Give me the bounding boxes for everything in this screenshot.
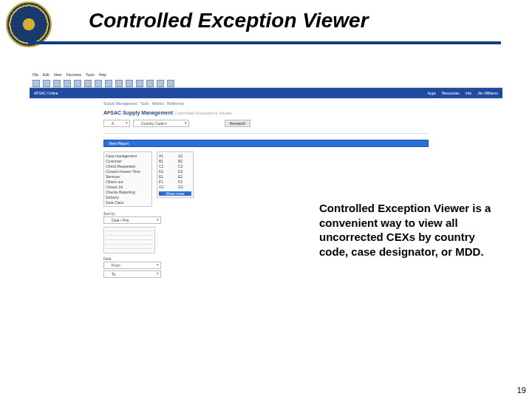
toolbar-icon[interactable] [33, 80, 40, 87]
page-title-sub: Controlled Exceptions Viewer [174, 111, 232, 115]
app-brand: AFSAC Online [34, 91, 58, 95]
code-cell[interactable]: A2 [178, 154, 190, 158]
code-cell[interactable]: A1 [159, 154, 171, 158]
app-screenshot: File Edit View Favorites Tools Help AFSA… [30, 71, 502, 315]
list-item[interactable]: Delivery [106, 195, 150, 200]
code-cell[interactable]: C2 [178, 164, 190, 168]
toolbar-icon[interactable] [157, 80, 164, 87]
menu-item[interactable]: Edit [43, 72, 50, 78]
result-preview-box [103, 227, 155, 253]
list-item[interactable]: Data Class [106, 200, 150, 205]
menu-item[interactable]: Favorites [66, 72, 81, 78]
date-to-input[interactable]: To [103, 270, 161, 278]
sort-dropdown[interactable]: Date / Prio [103, 216, 161, 224]
toolbar-icon[interactable] [115, 80, 123, 87]
code-cell[interactable]: G1 [159, 185, 171, 189]
toolbar-icon[interactable] [64, 80, 71, 87]
app-header: AFSAC Online Apps Resources Info Jim Wil… [30, 88, 502, 98]
page-title: AFSAC Supply Management Controlled Excep… [30, 109, 502, 117]
toolbar-icon[interactable] [84, 80, 92, 87]
list-item[interactable]: Closed Jul [106, 185, 150, 189]
page-number: 19 [517, 386, 526, 395]
code-cell[interactable]: F1 [159, 180, 171, 184]
list-item[interactable]: Checks Reporting [106, 190, 150, 194]
toolbar-icon[interactable] [167, 80, 174, 87]
menu-item[interactable]: Help [99, 72, 106, 78]
sort-label: Sort by [103, 211, 155, 216]
browser-toolbar [30, 80, 502, 88]
code-cell[interactable]: E1 [159, 174, 171, 179]
toolbar-icon[interactable] [53, 80, 61, 87]
code-cell[interactable]: C1 [159, 164, 171, 168]
filter-country-dropdown[interactable]: Country Code ▾ [133, 120, 189, 127]
list-item[interactable]: Services [106, 174, 150, 179]
nav-user[interactable]: Jim Williams [477, 91, 498, 95]
code-cell[interactable]: F2 [178, 180, 190, 184]
list-item[interactable]: Case management [106, 154, 150, 158]
toolbar-icon[interactable] [74, 80, 81, 87]
code-list[interactable]: A1A2 B1B2 C1C2 D1D2 E1E2 F1F2 G1G2 Show … [157, 151, 194, 198]
menu-item[interactable]: View [54, 72, 62, 78]
list-item[interactable]: Check Requested [106, 164, 150, 168]
list-item[interactable]: Closed-Unseen Time [106, 169, 150, 174]
toolbar-icon[interactable] [146, 80, 154, 87]
toolbar-icon[interactable] [136, 80, 143, 87]
browser-menubar: File Edit View Favorites Tools Help [30, 71, 502, 80]
filter-row: A Country Code ▾ Research [103, 120, 429, 127]
nav-link[interactable]: Resources [442, 91, 460, 95]
show-more-link[interactable]: Show more [159, 191, 191, 196]
toolbar-icon[interactable] [95, 80, 102, 87]
category-list[interactable]: Case management Customer Check Requested… [103, 151, 152, 207]
code-cell[interactable]: G2 [178, 185, 190, 189]
code-cell[interactable]: D1 [159, 169, 171, 174]
nav-link[interactable]: Info [466, 91, 471, 95]
toolbar-icon[interactable] [105, 80, 112, 87]
menu-item[interactable]: Tools [86, 72, 95, 78]
slide-caption: Controlled Exception Viewer is a conveni… [319, 201, 504, 259]
list-item[interactable]: Customer [106, 159, 150, 163]
menu-item[interactable]: File [33, 72, 38, 78]
nav-link[interactable]: Apps [428, 91, 436, 95]
toolbar-icon[interactable] [43, 80, 50, 87]
research-button[interactable]: Research [225, 120, 250, 127]
code-cell[interactable]: D2 [178, 169, 190, 174]
toolbar-icon[interactable] [126, 80, 133, 87]
agency-seal-icon [6, 1, 52, 47]
filter-letter-dropdown[interactable]: A [103, 120, 130, 127]
title-underline [28, 41, 501, 44]
slide-title: Controlled Exception Viewer [89, 9, 369, 33]
code-cell[interactable]: E2 [178, 174, 190, 179]
page-title-main: AFSAC Supply Management [103, 110, 173, 115]
code-cell[interactable]: B2 [178, 159, 190, 163]
breadcrumb: Supply Management · Tools · Metrics · Re… [30, 98, 502, 109]
list-item[interactable]: Others out [106, 180, 150, 184]
date-from-input[interactable]: From [103, 262, 161, 269]
code-cell[interactable]: B1 [159, 159, 171, 163]
date-label: Date [103, 256, 155, 261]
view-report-button[interactable]: View Report [103, 140, 429, 147]
